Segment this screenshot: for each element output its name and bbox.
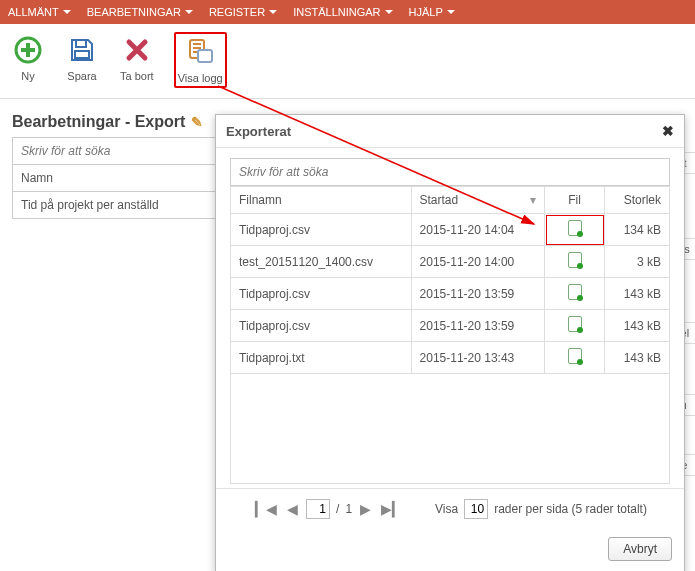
modal-footer: Avbryt [216,529,684,571]
menu-label: INSTÄLLNINGAR [293,6,380,18]
table-header-row: Filnamn Startad ▾ Fil Storlek [231,187,670,214]
download-file-icon[interactable] [568,316,582,332]
toolbtn-label: Spara [67,70,96,82]
cell-startad: 2015-11-20 13:59 [411,278,545,310]
ny-button[interactable]: Ny [10,32,46,84]
svg-rect-9 [198,50,212,62]
sort-desc-icon: ▾ [530,193,536,207]
menu-label: HJÄLP [409,6,443,18]
plus-icon [12,34,44,66]
chevron-down-icon [185,10,193,14]
col-fil-header[interactable]: Fil [545,187,605,214]
cell-storlek: 143 kB [605,310,670,342]
pager: ▎◀ ◀ / 1 ▶ ▶▎ Visa rader per sida (5 rad… [216,488,684,529]
cell-filnamn: test_20151120_1400.csv [231,246,412,278]
close-icon[interactable]: ✖ [662,123,674,139]
pager-page-input[interactable] [306,499,330,519]
menu-label: REGISTER [209,6,265,18]
toolbtn-label: Visa logg [178,72,223,84]
main-menubar: ALLMÄNT BEARBETNINGAR REGISTER INSTÄLLNI… [0,0,695,24]
toolbtn-label: Ny [21,70,34,82]
col-storlek-header[interactable]: Storlek [605,187,670,214]
menu-installningar[interactable]: INSTÄLLNINGAR [293,6,392,18]
menu-register[interactable]: REGISTER [209,6,277,18]
cell-fil[interactable] [545,246,605,278]
cell-filnamn: Tidpaproj.csv [231,310,412,342]
pager-visa-label: Visa [435,502,458,516]
menu-label: BEARBETNINGAR [87,6,181,18]
spara-button[interactable]: Spara [64,32,100,84]
download-file-icon[interactable] [568,284,582,300]
edit-icon[interactable]: ✎ [191,114,203,130]
table-row[interactable]: Tidpaproj.txt2015-11-20 13:43143 kB [231,342,670,374]
cell-filnamn: Tidpaproj.txt [231,342,412,374]
log-icon [184,36,216,68]
col-startad-header[interactable]: Startad ▾ [411,187,545,214]
table-row[interactable]: test_20151120_1400.csv2015-11-20 14:003 … [231,246,670,278]
modal-titlebar: Exporterat ✖ [216,115,684,148]
svg-rect-2 [21,48,35,52]
exporterat-modal: Exporterat ✖ Filnamn Startad ▾ Fil Storl… [215,114,685,571]
delete-icon [121,34,153,66]
menu-label: ALLMÄNT [8,6,59,18]
cell-fil[interactable] [545,278,605,310]
cell-filnamn: Tidpaproj.csv [231,278,412,310]
toolbtn-label: Ta bort [120,70,154,82]
modal-search-input[interactable] [231,159,669,185]
pager-suffix: rader per sida (5 rader totalt) [494,502,647,516]
menu-allmant[interactable]: ALLMÄNT [8,6,71,18]
chevron-down-icon [385,10,393,14]
chevron-down-icon [269,10,277,14]
chevron-down-icon [447,10,455,14]
page-title-text: Bearbetningar - Export [12,113,185,131]
cell-startad: 2015-11-20 13:59 [411,310,545,342]
modal-title-text: Exporterat [226,124,291,139]
table-row[interactable]: Tidpaproj.csv2015-11-20 13:59143 kB [231,278,670,310]
cell-storlek: 143 kB [605,342,670,374]
svg-rect-3 [76,40,86,47]
pager-perpage-input[interactable] [464,499,488,519]
svg-rect-4 [75,51,89,58]
pager-first-icon[interactable]: ▎◀ [253,501,279,517]
cell-fil[interactable] [545,214,605,246]
menu-bearbetningar[interactable]: BEARBETNINGAR [87,6,193,18]
pager-prev-icon[interactable]: ◀ [285,501,300,517]
table-row[interactable]: Tidpaproj.csv2015-11-20 14:04134 kB [231,214,670,246]
cell-storlek: 3 kB [605,246,670,278]
download-file-icon[interactable] [568,220,582,236]
save-icon [66,34,98,66]
modal-search[interactable] [230,158,670,186]
col-filnamn-header[interactable]: Filnamn [231,187,412,214]
visa-logg-button[interactable]: Visa logg [174,32,227,88]
table-row[interactable]: Tidpaproj.csv2015-11-20 13:59143 kB [231,310,670,342]
cell-filnamn: Tidpaproj.csv [231,214,412,246]
col-namn-header: Namn [21,171,53,185]
cell-startad: 2015-11-20 14:04 [411,214,545,246]
download-file-icon[interactable] [568,252,582,268]
pager-next-icon[interactable]: ▶ [358,501,373,517]
file-table: Filnamn Startad ▾ Fil Storlek Tidpaproj.… [230,186,670,374]
pager-total: 1 [345,502,352,516]
chevron-down-icon [63,10,71,14]
avbryt-button[interactable]: Avbryt [608,537,672,561]
menu-hjalp[interactable]: HJÄLP [409,6,455,18]
cell-storlek: 134 kB [605,214,670,246]
download-file-icon[interactable] [568,348,582,364]
cell-startad: 2015-11-20 13:43 [411,342,545,374]
cell-storlek: 143 kB [605,278,670,310]
toolbar: Ny Spara Ta bort Visa logg [0,24,695,99]
cell-startad: 2015-11-20 14:00 [411,246,545,278]
left-row-label: Tid på projekt per anställd [21,198,159,212]
cell-fil[interactable] [545,342,605,374]
pager-sep: / [336,502,339,516]
tabort-button[interactable]: Ta bort [118,32,156,84]
table-empty-area [230,374,670,484]
cell-fil[interactable] [545,310,605,342]
pager-last-icon[interactable]: ▶▎ [379,501,405,517]
